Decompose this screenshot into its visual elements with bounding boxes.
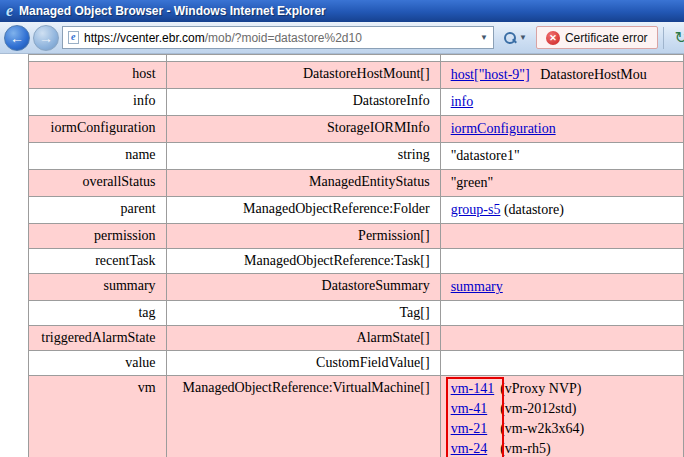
value-line: iormConfiguration bbox=[451, 119, 673, 139]
table-row: valueCustomFieldValue[] bbox=[29, 351, 684, 376]
property-name: value bbox=[29, 351, 167, 376]
table-row: tagTag[] bbox=[29, 301, 684, 326]
mob-link[interactable]: info bbox=[451, 94, 474, 109]
mob-link[interactable]: vm-21 bbox=[451, 419, 497, 439]
value-line: vm-21 (vm-w2k3x64) bbox=[451, 419, 585, 439]
page-content: hostDatastoreHostMount[]host["host-9"] D… bbox=[0, 54, 684, 457]
property-type: ManagedObjectReference:Task[] bbox=[166, 249, 440, 274]
value-text: (vm-w2k3x64) bbox=[497, 421, 585, 436]
property-value: summary bbox=[440, 274, 683, 301]
property-type: Tag[] bbox=[166, 301, 440, 326]
property-value: "green" bbox=[440, 170, 683, 197]
property-type: DatastoreHostMount[] bbox=[166, 62, 440, 89]
value-line: vm-141 (vProxy NVP) bbox=[451, 379, 585, 399]
property-type: Permission[] bbox=[166, 224, 440, 249]
value-line: info bbox=[451, 92, 673, 112]
mob-link[interactable]: host["host-9"] bbox=[451, 67, 530, 82]
mob-link[interactable]: vm-141 bbox=[451, 379, 497, 399]
refresh-button[interactable]: ↻ bbox=[669, 26, 684, 49]
table-row: triggeredAlarmStateAlarmState[] bbox=[29, 326, 684, 351]
property-name: recentTask bbox=[29, 249, 167, 274]
mob-link[interactable]: iormConfiguration bbox=[451, 121, 556, 136]
url-domain: https://vcenter.ebr.com bbox=[84, 31, 205, 45]
value-line: summary bbox=[451, 277, 673, 297]
property-value: info bbox=[440, 89, 683, 116]
property-name: name bbox=[29, 143, 167, 170]
property-type bbox=[166, 55, 440, 62]
property-name: host bbox=[29, 62, 167, 89]
property-name: vm bbox=[29, 376, 167, 457]
property-type: string bbox=[166, 143, 440, 170]
value-text: "datastore1" bbox=[451, 148, 520, 163]
address-bar[interactable]: https://vcenter.ebr.com/mob/?moid=datast… bbox=[62, 26, 494, 49]
value-line: "green" bbox=[451, 173, 673, 193]
forward-arrow-icon: → bbox=[39, 30, 53, 46]
table-row-partial bbox=[29, 55, 684, 62]
forward-button[interactable]: → bbox=[33, 25, 59, 51]
property-type: CustomFieldValue[] bbox=[166, 351, 440, 376]
back-button[interactable]: ← bbox=[4, 25, 30, 51]
table-row: recentTaskManagedObjectReference:Task[] bbox=[29, 249, 684, 274]
mob-link[interactable]: vm-24 bbox=[451, 439, 497, 457]
mob-link[interactable]: summary bbox=[451, 279, 503, 294]
table-row: vmManagedObjectReference:VirtualMachine[… bbox=[29, 376, 684, 457]
table-row: parentManagedObjectReference:Foldergroup… bbox=[29, 197, 684, 224]
property-name: triggeredAlarmState bbox=[29, 326, 167, 351]
property-value bbox=[440, 249, 683, 274]
refresh-icon: ↻ bbox=[675, 30, 684, 46]
property-name: summary bbox=[29, 274, 167, 301]
address-dropdown-icon[interactable]: ▼ bbox=[480, 33, 488, 42]
table-row: overallStatusManagedEntityStatus"green" bbox=[29, 170, 684, 197]
value-line: group-s5 (datastore) bbox=[451, 200, 673, 220]
navigation-bar: ← → https://vcenter.ebr.com/mob/?moid=da… bbox=[0, 22, 684, 54]
certificate-error-badge[interactable]: ✕ Certificate error bbox=[536, 26, 658, 49]
property-type: StorageIORMInfo bbox=[166, 116, 440, 143]
title-bar: e Managed Object Browser - Windows Inter… bbox=[0, 0, 684, 22]
table-row: summaryDatastoreSummarysummary bbox=[29, 274, 684, 301]
property-name: overallStatus bbox=[29, 170, 167, 197]
value-line: host["host-9"] DatastoreHostMou bbox=[451, 65, 673, 85]
window-title: Managed Object Browser - Windows Interne… bbox=[19, 4, 326, 18]
back-arrow-icon: ← bbox=[10, 30, 24, 46]
table-row: namestring"datastore1" bbox=[29, 143, 684, 170]
property-value: vm-141 (vProxy NVP)vm-41 (vm-2012std)vm-… bbox=[440, 376, 683, 457]
certificate-error-label: Certificate error bbox=[565, 31, 648, 45]
value-line: vm-24 (vm-rh5) bbox=[451, 439, 585, 457]
property-type: AlarmState[] bbox=[166, 326, 440, 351]
value-text: (datastore) bbox=[500, 202, 563, 217]
property-name: parent bbox=[29, 197, 167, 224]
property-value: "datastore1" bbox=[440, 143, 683, 170]
search-icon bbox=[503, 31, 516, 44]
property-type: DatastoreSummary bbox=[166, 274, 440, 301]
value-text: "green" bbox=[451, 175, 494, 190]
address-input[interactable]: https://vcenter.ebr.com/mob/?moid=datast… bbox=[84, 31, 475, 45]
mob-link[interactable]: group-s5 bbox=[451, 202, 501, 217]
toolbar-divider bbox=[663, 27, 664, 49]
property-value: iormConfiguration bbox=[440, 116, 683, 143]
certificate-error-icon: ✕ bbox=[546, 31, 560, 45]
vm-links-group: vm-141 (vProxy NVP)vm-41 (vm-2012std)vm-… bbox=[451, 379, 585, 457]
table-row: iormConfigurationStorageIORMInfoiormConf… bbox=[29, 116, 684, 143]
property-value bbox=[440, 326, 683, 351]
table-row: infoDatastoreInfoinfo bbox=[29, 89, 684, 116]
page-icon bbox=[68, 31, 79, 44]
url-path: /mob/?moid=datastore%2d10 bbox=[205, 31, 362, 45]
property-value bbox=[440, 224, 683, 249]
value-text: (vProxy NVP) bbox=[497, 381, 582, 396]
value-line: vm-41 (vm-2012std) bbox=[451, 399, 585, 419]
value-text: (vm-2012std) bbox=[497, 401, 577, 416]
mob-table: hostDatastoreHostMount[]host["host-9"] D… bbox=[28, 54, 684, 457]
chevron-down-icon: ▼ bbox=[519, 33, 527, 42]
mob-link[interactable]: vm-41 bbox=[451, 399, 497, 419]
table-row: hostDatastoreHostMount[]host["host-9"] D… bbox=[29, 62, 684, 89]
property-name: iormConfiguration bbox=[29, 116, 167, 143]
property-value bbox=[440, 55, 683, 62]
table-row: permissionPermission[] bbox=[29, 224, 684, 249]
search-button[interactable]: ▼ bbox=[497, 26, 533, 49]
ie-logo-icon: e bbox=[6, 3, 13, 19]
property-type: ManagedObjectReference:Folder bbox=[166, 197, 440, 224]
mob-table-body: hostDatastoreHostMount[]host["host-9"] D… bbox=[29, 55, 684, 457]
browser-window: e Managed Object Browser - Windows Inter… bbox=[0, 0, 684, 457]
value-text: DatastoreHostMou bbox=[530, 67, 647, 82]
value-text: (vm-rh5) bbox=[497, 441, 551, 456]
